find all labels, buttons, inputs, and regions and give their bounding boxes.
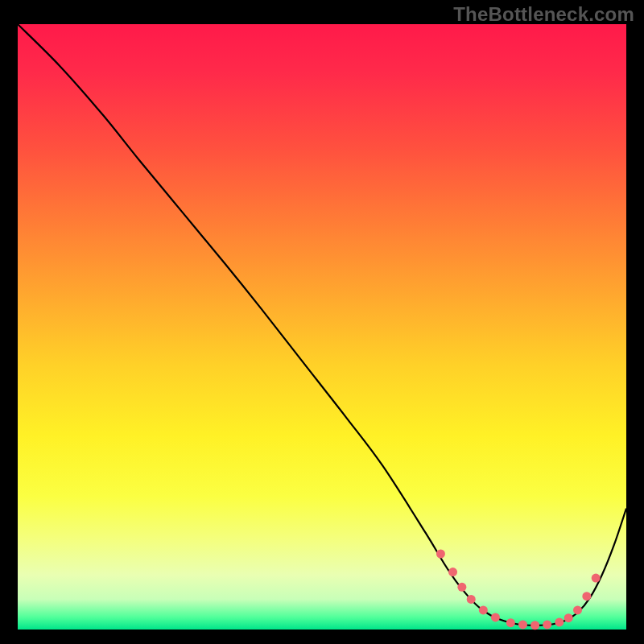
- marker-dot: [530, 621, 539, 630]
- marker-dot: [457, 583, 466, 592]
- plot-area: [18, 24, 626, 630]
- marker-dot: [573, 605, 582, 614]
- chart-svg: [18, 24, 626, 630]
- marker-dot: [564, 613, 573, 622]
- marker-dot: [448, 568, 457, 576]
- marker-dot: [592, 574, 601, 583]
- marker-dot: [491, 613, 500, 621]
- marker-dot: [436, 550, 445, 559]
- curve-markers: [436, 550, 601, 630]
- watermark-text: TheBottleneck.com: [453, 3, 634, 26]
- marker-dot: [555, 617, 564, 626]
- marker-dot: [467, 595, 476, 604]
- marker-dot: [479, 605, 488, 614]
- curve-line: [18, 24, 626, 625]
- chart-frame: TheBottleneck.com: [0, 0, 644, 644]
- marker-dot: [582, 592, 591, 601]
- marker-dot: [506, 618, 515, 627]
- marker-dot: [543, 620, 551, 629]
- marker-dot: [518, 620, 527, 629]
